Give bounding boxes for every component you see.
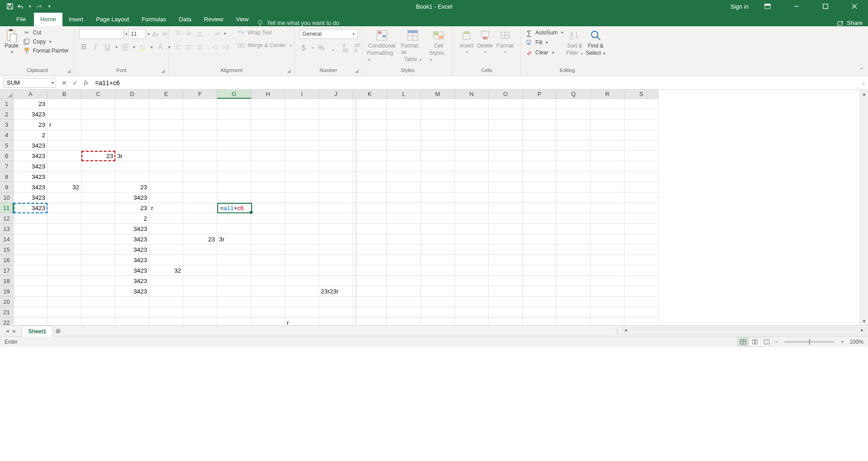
cell-I16[interactable] [285, 255, 319, 265]
column-header-O[interactable]: O [489, 90, 523, 99]
view-page-layout-button[interactable] [749, 337, 761, 346]
cell-D6[interactable]: 3r [115, 151, 149, 161]
cell-S18[interactable] [625, 276, 658, 286]
cell-G20[interactable] [217, 297, 251, 307]
cell-I18[interactable] [285, 276, 319, 286]
cell-G9[interactable] [217, 182, 251, 192]
cell-A18[interactable] [14, 276, 48, 286]
row-header-18[interactable]: 18 [0, 276, 14, 286]
collapse-ribbon-icon[interactable]: ⌃ [859, 67, 864, 74]
cell-M10[interactable] [421, 192, 455, 203]
align-middle-button[interactable] [184, 29, 193, 38]
cell-J3[interactable] [319, 120, 353, 130]
cell-J14[interactable] [319, 234, 353, 245]
view-page-break-button[interactable] [761, 337, 773, 346]
tab-split-handle[interactable]: ⋮ [615, 328, 620, 334]
cell-D5[interactable] [115, 140, 149, 151]
cell-J7[interactable] [319, 161, 353, 172]
orientation-button[interactable]: ab [212, 29, 221, 38]
column-header-H[interactable]: H [251, 90, 285, 99]
cell-O20[interactable] [489, 297, 523, 307]
cell-G3[interactable] [217, 120, 251, 130]
cell-C16[interactable] [81, 255, 115, 265]
cell-C18[interactable] [81, 276, 115, 286]
cell-L7[interactable] [387, 161, 421, 172]
cell-I21[interactable] [285, 307, 319, 317]
cell-L1[interactable] [387, 99, 421, 109]
cell-O4[interactable] [489, 130, 523, 140]
cell-N19[interactable] [455, 286, 489, 297]
formula-input[interactable] [91, 78, 862, 88]
cell-N11[interactable] [455, 203, 489, 213]
column-header-N[interactable]: N [455, 90, 489, 99]
cell-O9[interactable] [489, 182, 523, 192]
wrap-text-button[interactable]: abWrap Text [238, 29, 292, 36]
cell-A20[interactable] [14, 297, 48, 307]
cell-M14[interactable] [421, 234, 455, 245]
cell-K6[interactable] [353, 151, 387, 161]
cell-K19[interactable] [353, 286, 387, 297]
cell-D9[interactable]: 23 [115, 182, 149, 192]
cell-H4[interactable] [251, 130, 285, 140]
decrease-indent-button[interactable] [210, 43, 219, 52]
cell-M15[interactable] [421, 245, 455, 255]
cell-C7[interactable] [81, 161, 115, 172]
cell-E17[interactable]: 32 [149, 265, 183, 276]
insert-cells-button[interactable]: Insert▾ [460, 29, 473, 54]
cell-E8[interactable] [149, 172, 183, 182]
cell-A2[interactable]: 3423 [14, 109, 48, 120]
cell-P6[interactable] [523, 151, 557, 161]
cell-S8[interactable] [625, 172, 658, 182]
share-button[interactable]: Share [837, 19, 868, 26]
cell-N10[interactable] [455, 192, 489, 203]
column-header-K[interactable]: K [353, 90, 387, 99]
cell-H6[interactable] [251, 151, 285, 161]
cell-S4[interactable] [625, 130, 658, 140]
decrease-font-size-button[interactable]: A▾ [161, 29, 170, 38]
cell-P11[interactable] [523, 203, 557, 213]
cell-P12[interactable] [523, 213, 557, 224]
cell-A12[interactable] [14, 213, 48, 224]
cell-D17[interactable]: 3423 [115, 265, 149, 276]
cell-A1[interactable]: 23 [14, 99, 48, 109]
cell-C3[interactable] [81, 120, 115, 130]
scroll-up-icon[interactable]: ▲ [860, 90, 868, 98]
cell-N6[interactable] [455, 151, 489, 161]
format-as-table-button[interactable]: Format asTable ▾ [401, 29, 424, 62]
cell-M4[interactable] [421, 130, 455, 140]
format-cells-button[interactable]: Format▾ [496, 29, 514, 54]
cell-G10[interactable] [217, 192, 251, 203]
cell-F9[interactable] [183, 182, 217, 192]
cell-B13[interactable] [48, 224, 81, 234]
number-format-combo[interactable]: General▾ [299, 29, 358, 39]
sheet-nav-prev-icon[interactable]: ◄ [5, 328, 10, 334]
cell-Q10[interactable] [557, 192, 591, 203]
row-header-9[interactable]: 9 [0, 182, 14, 192]
cell-E9[interactable] [149, 182, 183, 192]
cell-Q19[interactable] [557, 286, 591, 297]
cell-B3[interactable]: r [48, 120, 81, 130]
cell-A5[interactable]: 3423 [14, 140, 48, 151]
cell-E18[interactable] [149, 276, 183, 286]
delete-cells-button[interactable]: Delete▾ [477, 29, 493, 54]
cell-S12[interactable] [625, 213, 658, 224]
cell-L21[interactable] [387, 307, 421, 317]
align-right-button[interactable] [195, 43, 204, 52]
column-header-I[interactable]: I [285, 90, 319, 99]
cell-M1[interactable] [421, 99, 455, 109]
cell-F21[interactable] [183, 307, 217, 317]
cell-C6[interactable]: 23 [81, 151, 115, 161]
row-header-17[interactable]: 17 [0, 265, 14, 276]
qat-customize-icon[interactable]: ▾ [48, 4, 51, 9]
cut-button[interactable]: ✂Cut [23, 29, 69, 36]
cell-Q11[interactable] [557, 203, 591, 213]
active-cell-editor[interactable]: =a11+c6 [217, 203, 252, 213]
cell-P15[interactable] [523, 245, 557, 255]
cell-K7[interactable] [353, 161, 387, 172]
cell-P21[interactable] [523, 307, 557, 317]
select-all-corner[interactable] [0, 90, 14, 99]
sheet-nav-next-icon[interactable]: ► [12, 328, 17, 334]
column-header-D[interactable]: D [115, 90, 149, 99]
cell-Q20[interactable] [557, 297, 591, 307]
cell-K4[interactable] [353, 130, 387, 140]
